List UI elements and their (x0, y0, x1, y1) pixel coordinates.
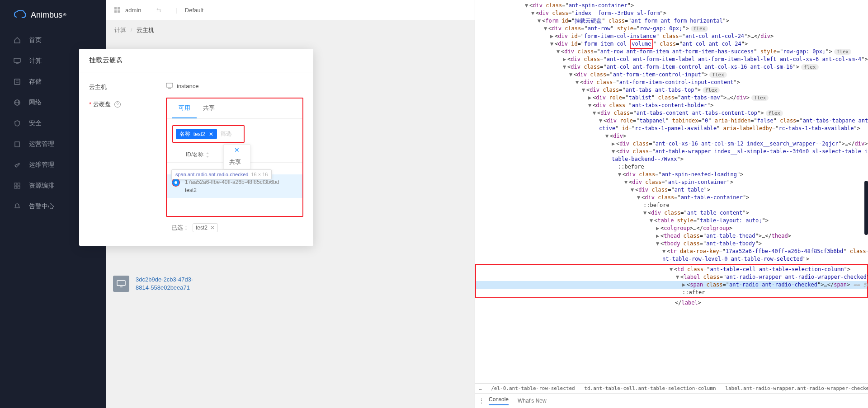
selected-label: 已选： (171, 224, 189, 232)
dropdown-option[interactable]: 共享 (224, 155, 250, 169)
radio-selected[interactable] (172, 179, 179, 186)
remove-selected-icon[interactable]: ✕ (210, 225, 215, 231)
logo: Animbus® (0, 0, 106, 30)
monitor-icon (14, 57, 21, 65)
list-icon (14, 78, 21, 85)
close-icon[interactable]: ✕ (224, 145, 250, 155)
attach-volume-modal: 挂载云硬盘 云主机 instance *云硬盘 ? (79, 49, 313, 246)
svg-rect-2 (14, 79, 20, 84)
wrench-icon (14, 161, 21, 169)
tab-shared[interactable]: 共享 (197, 98, 221, 118)
globe-icon (14, 99, 21, 106)
console-drawer: ⋮ Console What's New (475, 393, 868, 408)
search-input[interactable]: 名称 test2 ✕ 筛选 (172, 125, 245, 143)
inspector-tooltip: span.ant-radio.ant-radio-checked16 × 16 (171, 169, 272, 179)
svg-rect-16 (114, 10, 117, 13)
filter-dropdown: ✕ 共享 (223, 144, 250, 169)
swap-icon[interactable]: ⇆ (156, 7, 161, 14)
svg-rect-10 (14, 183, 17, 185)
svg-rect-17 (118, 10, 120, 13)
topbar: admin ⇆ | Default (106, 0, 475, 21)
topbar-project[interactable]: Default (185, 7, 203, 14)
devtools-panel: ▼<div class="ant-spin-container"> ▼<div … (475, 0, 868, 408)
grid-icon (114, 7, 121, 14)
tab-whatsnew[interactable]: What's New (518, 398, 547, 404)
tab-console[interactable]: Console (489, 396, 509, 405)
kebab-icon[interactable]: ⋮ (479, 398, 483, 404)
monitor-icon (113, 276, 129, 292)
tab-available[interactable]: 可用 (172, 98, 197, 118)
host-label: 云主机 (89, 80, 166, 91)
volume-name: test2 (185, 186, 297, 194)
bell-icon (14, 203, 21, 210)
shield-icon (14, 120, 21, 127)
monitor-icon (166, 83, 173, 89)
help-icon[interactable]: ? (114, 101, 121, 108)
building-icon (14, 141, 21, 148)
svg-rect-11 (18, 183, 20, 185)
elements-tree[interactable]: ▼<div class="ant-spin-container"> ▼<div … (475, 0, 868, 383)
filter-tag: 名称 test2 ✕ (176, 129, 217, 139)
modal-title: 挂载云硬盘 (79, 49, 313, 72)
svg-rect-15 (118, 7, 120, 9)
sort-icon (205, 152, 210, 158)
breadcrumb-item[interactable]: 计算 (114, 27, 126, 33)
volume-label: *云硬盘 ? (89, 98, 166, 232)
main-content: admin ⇆ | Default 计算 / 云主机 3dc2b9de-2cb3… (106, 0, 475, 408)
instance-link[interactable]: 3dc2b9de-2cb3-47d3-8814-558e02beea71 (136, 276, 193, 292)
breadcrumb-trail[interactable]: … /el-0.ant-table-row-selected td.ant-ta… (475, 383, 868, 393)
svg-rect-13 (18, 186, 20, 188)
grid-icon (14, 182, 21, 189)
logo-icon (14, 10, 26, 20)
svg-rect-14 (114, 7, 117, 9)
volume-section-highlighted: 可用 共享 名称 test2 ✕ 筛选 (166, 98, 303, 217)
scrollbar[interactable] (864, 181, 868, 235)
host-value: instance (177, 83, 198, 89)
topbar-user[interactable]: admin (125, 7, 141, 14)
bg-instance-card: 3dc2b9de-2cb3-47d3-8814-558e02beea71 (113, 276, 193, 292)
svg-rect-18 (117, 281, 125, 286)
svg-rect-0 (14, 58, 20, 62)
svg-rect-12 (14, 186, 17, 188)
selected-tag: test2 ✕ (193, 223, 218, 232)
breadcrumb: 计算 / 云主机 (106, 21, 475, 40)
svg-rect-8 (15, 142, 19, 147)
svg-rect-20 (166, 83, 173, 87)
home-icon (14, 37, 21, 44)
breadcrumb-item[interactable]: 云主机 (137, 27, 154, 33)
filter-placeholder: 筛选 (221, 130, 231, 138)
sidebar-item[interactable]: 首页 (0, 30, 106, 51)
remove-tag-icon[interactable]: ✕ (209, 131, 213, 137)
